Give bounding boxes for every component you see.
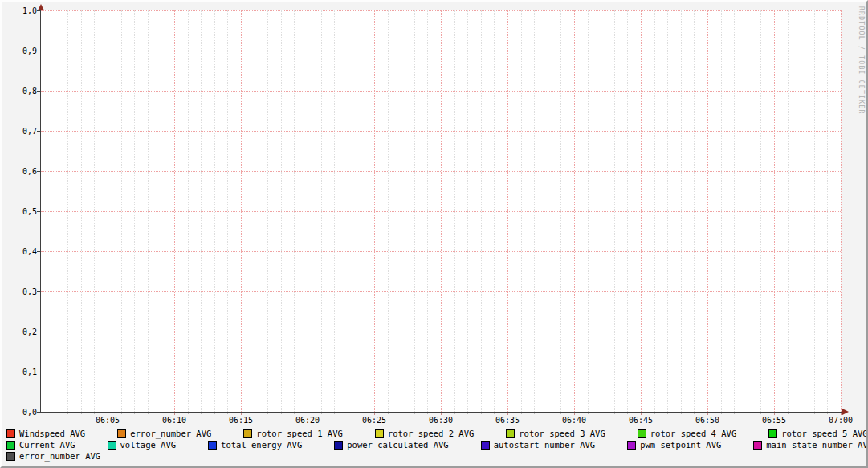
x-tick-mark bbox=[827, 413, 828, 414]
legend-label: pwm_setpoint AVG bbox=[640, 440, 721, 450]
x-tick-mark bbox=[55, 413, 55, 414]
y-tick-mark bbox=[37, 91, 40, 92]
x-grid-line-minor bbox=[627, 10, 628, 412]
x-tick-mark bbox=[267, 413, 268, 414]
legend-swatch bbox=[753, 441, 762, 450]
x-grid-line-minor bbox=[201, 10, 202, 412]
legend-item: pwm_setpoint AVG bbox=[627, 440, 721, 450]
x-grid-line-minor bbox=[788, 10, 789, 412]
x-grid-line-minor bbox=[748, 10, 748, 412]
legend-swatch bbox=[108, 441, 116, 450]
legend-item: error_number AVG bbox=[117, 429, 211, 439]
x-tick-mark bbox=[774, 413, 775, 415]
legend-label: rotor speed 3 AVG bbox=[519, 429, 605, 439]
x-grid-line-minor bbox=[121, 10, 122, 412]
y-tick-mark bbox=[37, 291, 40, 292]
x-tick-mark bbox=[334, 413, 335, 414]
x-grid-line-minor bbox=[814, 10, 815, 412]
y-axis-arrow-icon bbox=[38, 4, 44, 10]
legend-label: total_energy AVG bbox=[221, 440, 302, 450]
x-tick-mark bbox=[801, 413, 801, 414]
legend-item: power_calculated AVG bbox=[334, 440, 448, 450]
x-grid-line-minor bbox=[548, 10, 548, 412]
x-grid-line-major bbox=[108, 10, 108, 412]
x-grid-line-major bbox=[308, 10, 308, 412]
legend-label: rotor speed 4 AVG bbox=[650, 429, 736, 439]
x-tick-mark bbox=[467, 413, 468, 414]
x-tick-mark bbox=[281, 413, 282, 414]
y-tick-label: 0,3 bbox=[11, 287, 37, 296]
x-tick-mark bbox=[681, 413, 682, 414]
x-tick-mark bbox=[108, 413, 108, 415]
x-grid-line-minor bbox=[134, 10, 135, 412]
x-tick-label: 06:40 bbox=[552, 416, 597, 425]
x-tick-mark bbox=[654, 413, 655, 414]
x-tick-mark bbox=[67, 413, 68, 414]
x-grid-line-minor bbox=[55, 10, 55, 412]
legend-item: total_energy AVG bbox=[208, 440, 302, 450]
legend-row: error_number AVG bbox=[6, 450, 865, 462]
legend-item: Current AVG bbox=[6, 440, 75, 450]
x-grid-line-minor bbox=[227, 10, 228, 412]
x-grid-line-major bbox=[174, 10, 175, 412]
x-tick-mark bbox=[748, 413, 748, 414]
x-grid-line-minor bbox=[255, 10, 255, 412]
y-axis-line bbox=[40, 6, 41, 413]
x-tick-mark bbox=[788, 413, 789, 414]
x-tick-mark bbox=[441, 413, 442, 415]
x-grid-line-minor bbox=[667, 10, 668, 412]
x-tick-label: 06:05 bbox=[85, 416, 130, 425]
legend-item: error_number AVG bbox=[6, 451, 100, 462]
legend-item: Windspeed AVG bbox=[6, 429, 85, 439]
x-grid-line-minor bbox=[467, 10, 468, 412]
legend-item: rotor speed 1 AVG bbox=[243, 429, 342, 439]
x-grid-line-minor bbox=[94, 10, 95, 412]
legend-swatch bbox=[208, 441, 217, 450]
x-tick-mark bbox=[227, 413, 228, 414]
legend-item: voltage AVG bbox=[108, 440, 177, 450]
x-tick-mark bbox=[534, 413, 535, 414]
legend-swatch bbox=[243, 429, 252, 438]
watermark-text: RRDTOOL / TOBI OETIKER bbox=[858, 6, 865, 115]
x-tick-mark bbox=[667, 413, 668, 414]
x-tick-mark bbox=[321, 413, 322, 414]
x-tick-label: 06:50 bbox=[685, 416, 730, 425]
x-tick-mark bbox=[760, 413, 761, 414]
y-tick-mark bbox=[37, 131, 40, 132]
y-tick-label: 1,0 bbox=[11, 6, 37, 15]
legend-item: autostart_number AVG bbox=[481, 440, 595, 450]
graph-canvas-area: 1,00,90,80,70,60,50,40,30,20,10,0 06:050… bbox=[0, 0, 868, 468]
legend-label: Current AVG bbox=[19, 440, 75, 450]
x-grid-line-minor bbox=[721, 10, 722, 412]
x-grid-line-minor bbox=[734, 10, 735, 412]
x-grid-line-minor bbox=[801, 10, 801, 412]
y-tick-label: 0,9 bbox=[11, 47, 37, 55]
x-grid-line-major bbox=[374, 10, 375, 412]
x-grid-line-minor bbox=[521, 10, 522, 412]
legend-label: Windspeed AVG bbox=[19, 429, 85, 439]
x-grid-line-major bbox=[841, 10, 842, 412]
x-grid-line-major bbox=[641, 10, 642, 412]
x-tick-mark bbox=[707, 413, 708, 415]
x-grid-line-minor bbox=[534, 10, 535, 412]
x-tick-label: 06:15 bbox=[218, 416, 263, 425]
legend: Windspeed AVGerror_number AVGrotor speed… bbox=[6, 428, 865, 462]
x-tick-label: 06:30 bbox=[418, 416, 463, 425]
x-tick-mark bbox=[121, 413, 122, 414]
x-tick-mark bbox=[627, 413, 628, 414]
x-tick-mark bbox=[81, 413, 82, 414]
y-tick-mark bbox=[37, 372, 40, 372]
x-grid-line-minor bbox=[267, 10, 268, 412]
x-grid-line-minor bbox=[214, 10, 215, 412]
legend-item: rotor speed 3 AVG bbox=[506, 429, 605, 439]
x-tick-mark bbox=[414, 413, 415, 414]
y-tick-label: 0,6 bbox=[11, 167, 37, 176]
x-tick-mark bbox=[507, 413, 508, 415]
x-grid-line-minor bbox=[614, 10, 615, 412]
legend-row: Current AVGvoltage AVGtotal_energy AVGpo… bbox=[6, 439, 865, 450]
y-tick-mark bbox=[37, 10, 40, 11]
x-grid-line-minor bbox=[161, 10, 161, 412]
legend-label: error_number AVG bbox=[19, 451, 100, 462]
legend-swatch bbox=[375, 429, 384, 438]
x-tick-mark bbox=[214, 413, 215, 414]
